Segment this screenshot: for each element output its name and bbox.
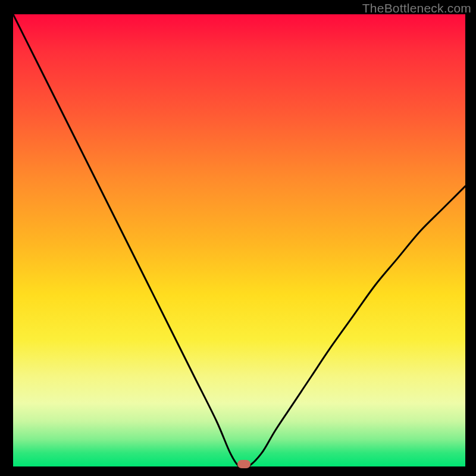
attribution-label: TheBottleneck.com [362, 1, 471, 15]
bottleneck-curve-path [13, 14, 465, 466]
optimum-marker [237, 460, 250, 468]
plot-area [13, 14, 465, 466]
chart-stage: TheBottleneck.com [0, 0, 476, 476]
curve-svg [13, 14, 465, 466]
